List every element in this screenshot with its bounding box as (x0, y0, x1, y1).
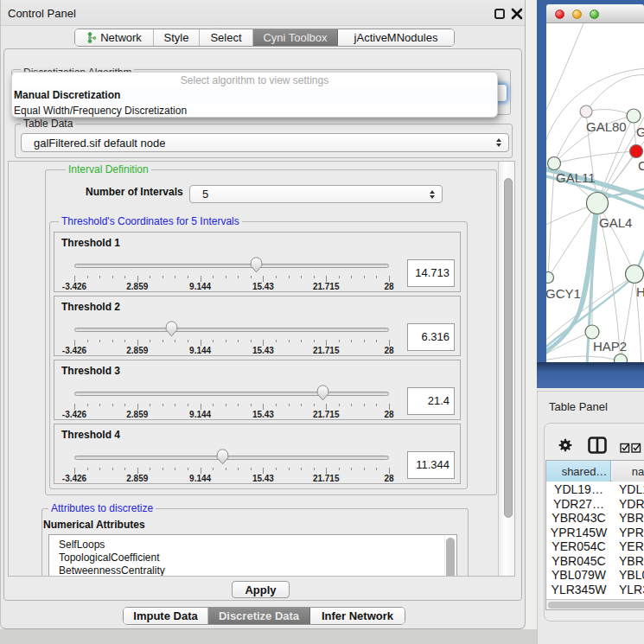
threshold-label: Threshold 3 (61, 365, 120, 377)
list-item[interactable]: TopologicalCoefficient (59, 552, 160, 564)
slider-tick (188, 468, 188, 470)
slider-thumb[interactable] (250, 257, 263, 273)
numerical-attributes-list[interactable]: SelfLoopsTopologicalCoefficientBetweenne… (48, 534, 457, 577)
network-canvas[interactable]: GAL80GACGAL11GAL4GCY1HHAP2 (546, 23, 644, 362)
slider-tick-label: 15.43 (252, 346, 274, 355)
threshold-value-field[interactable]: 14.713 (407, 259, 455, 287)
table-data-combobox[interactable]: galFiltered.sif default node (21, 133, 509, 152)
cell-name: YDR27 (619, 497, 644, 512)
table-row[interactable]: YLR345WYLR345W (546, 583, 644, 597)
table-row[interactable]: YBL079WYBL079W (546, 568, 644, 583)
checkbox-icon[interactable] (620, 441, 630, 456)
tab-select[interactable]: Select (200, 29, 253, 46)
network-node[interactable] (615, 354, 628, 363)
table-header-name[interactable]: name (612, 461, 644, 481)
slider-tick (124, 276, 125, 278)
checkbox-icon[interactable] (631, 441, 641, 456)
table-row[interactable]: YPR145WYPR145W (546, 526, 644, 540)
network-node[interactable] (626, 265, 644, 284)
tab-jactivemnodules[interactable]: jActiveMNodules (338, 29, 454, 46)
tab-impute-data[interactable]: Impute Data (124, 608, 208, 624)
popup-item[interactable]: Select algorithm to view settings (12, 73, 497, 88)
network-node[interactable] (546, 272, 554, 284)
settings-vertical-scrollbar[interactable] (498, 162, 515, 577)
network-window-titlebar (546, 4, 644, 23)
threshold-value-field[interactable]: 11.344 (407, 451, 455, 479)
combo-arrows-icon (430, 186, 435, 202)
table-row[interactable]: YER054CYER054C (546, 539, 644, 554)
tab-style[interactable]: Style (154, 29, 200, 46)
slider-track[interactable] (74, 392, 389, 396)
network-view-window: GAL80GACGAL11GAL4GCY1HHAP2 (537, 0, 644, 388)
table-row[interactable]: YBR045CYBR045C (546, 554, 644, 569)
slider-tick (226, 468, 226, 470)
scrollbar-thumb[interactable] (446, 538, 455, 577)
table-row[interactable]: YDL19…YDL19 (546, 482, 644, 497)
network-node[interactable] (585, 325, 599, 339)
slider-tick (150, 276, 150, 278)
list-item[interactable]: BetweennessCentrality (59, 564, 165, 577)
close-light-icon[interactable] (555, 10, 564, 19)
slider-thumb[interactable] (216, 449, 229, 465)
scrollbar-thumb[interactable] (548, 602, 644, 609)
slider-tick (112, 468, 113, 470)
slider-track[interactable] (74, 264, 389, 268)
network-node[interactable] (548, 157, 561, 170)
tab-cyni-toolbox[interactable]: Cyni Toolbox (253, 29, 338, 46)
number-of-intervals-label: Number of Intervals (86, 186, 183, 198)
list-item[interactable]: SelfLoops (59, 539, 105, 552)
slider-tick (251, 276, 252, 278)
slider-tick (150, 404, 150, 406)
number-of-intervals-combobox[interactable]: 5 (189, 185, 443, 203)
tab-label: Network (100, 31, 142, 44)
network-node[interactable] (587, 193, 609, 214)
scrollbar-thumb[interactable] (504, 178, 513, 518)
slider-tick (351, 468, 352, 470)
slider-tick-label: 9.144 (189, 474, 211, 483)
slider-tick (389, 468, 390, 474)
slider-tick-label: 2.859 (126, 346, 148, 355)
gear-icon[interactable] (558, 438, 572, 456)
slider-tick (263, 340, 264, 346)
slider-tick (238, 340, 239, 342)
threshold-value-field[interactable]: 21.4 (407, 387, 455, 415)
minimize-light-icon[interactable] (572, 10, 582, 19)
slider-tick-label: 28 (384, 346, 393, 355)
network-node[interactable] (580, 105, 592, 118)
table-header-shared-name[interactable]: shared… (546, 461, 611, 481)
list-vertical-scrollbar[interactable] (444, 535, 456, 577)
slider-tick-label: 9.144 (189, 410, 211, 419)
slider-track[interactable] (74, 456, 389, 460)
slider-tick-label: 21.715 (313, 410, 340, 419)
tab-infer-network[interactable]: Infer Network (310, 608, 405, 624)
table-horizontal-scrollbar[interactable] (546, 599, 644, 609)
table-row[interactable]: YBR043CYBR043C (546, 511, 644, 526)
slider-tick (163, 340, 163, 342)
slider-tick (339, 468, 340, 470)
apply-button[interactable]: Apply (232, 581, 290, 598)
slider-tick (314, 340, 315, 342)
popup-item[interactable]: Equal Width/Frequency Discretization (12, 103, 497, 118)
zoom-light-icon[interactable] (590, 10, 599, 19)
popup-item[interactable]: Manual Discretization (12, 88, 497, 104)
slider-thumb[interactable] (165, 321, 178, 337)
slider-tick-label: 28 (384, 282, 393, 291)
network-node[interactable] (630, 145, 643, 158)
slider-tick (376, 276, 377, 278)
network-node[interactable] (627, 109, 641, 123)
node-table: shared… name YDL19…YDL19YDR27…YDR27YBR04… (545, 460, 644, 610)
slider-track[interactable] (74, 328, 389, 332)
slider-tick (201, 468, 201, 474)
slider-thumb[interactable] (316, 385, 329, 401)
network-node-label: HAP2 (593, 339, 627, 354)
close-icon[interactable] (510, 6, 524, 21)
table-row[interactable]: YDR27…YDR27 (546, 497, 644, 512)
tab-network[interactable]: Network (75, 29, 154, 46)
slider-tick (112, 404, 113, 406)
float-window-icon[interactable] (494, 9, 505, 19)
columns-icon[interactable] (588, 437, 607, 457)
slider-tick (314, 276, 315, 278)
slider-tick (188, 276, 188, 278)
threshold-value-field[interactable]: 6.316 (407, 323, 455, 351)
tab-discretize-data[interactable]: Discretize Data (208, 608, 310, 624)
